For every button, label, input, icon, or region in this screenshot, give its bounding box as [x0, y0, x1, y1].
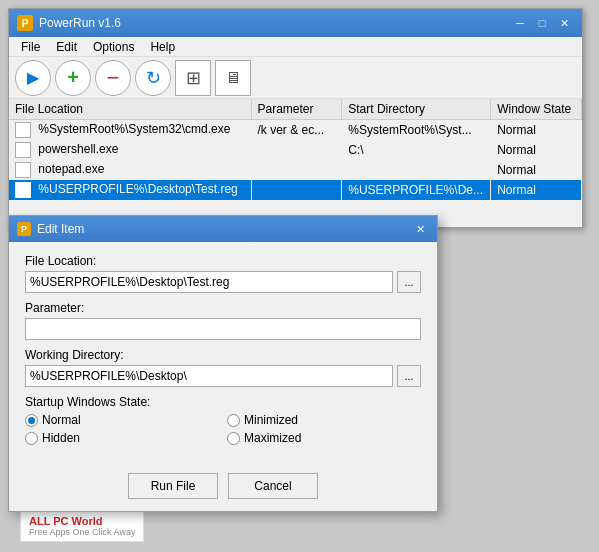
watermark-title: ALL PC World [29, 515, 135, 527]
cell-fileloc: notepad.exe [9, 160, 251, 180]
run-file-button[interactable]: Run File [128, 473, 218, 499]
dialog-close-button[interactable]: ✕ [411, 221, 429, 237]
parameter-group: Parameter: [25, 301, 421, 340]
menu-file[interactable]: File [13, 38, 48, 56]
radio-minimized-circle[interactable] [227, 414, 240, 427]
main-title-bar: P PowerRun v1.6 ─ □ ✕ [9, 9, 582, 37]
monitor-button[interactable]: 🖥 [215, 60, 251, 96]
close-button[interactable]: ✕ [554, 14, 574, 32]
working-dir-group: Working Directory: ... [25, 348, 421, 387]
cell-fileloc: powershell.exe [9, 140, 251, 160]
cell-winstate: Normal [491, 160, 582, 180]
file-location-row: ... [25, 271, 421, 293]
col-header-fileloc: File Location [9, 99, 251, 120]
file-location-input[interactable] [25, 271, 393, 293]
working-dir-row: ... [25, 365, 421, 387]
cell-winstate: Normal [491, 180, 582, 200]
menu-help[interactable]: Help [142, 38, 183, 56]
dialog-footer: Run File Cancel [9, 465, 437, 511]
working-dir-browse-button[interactable]: ... [397, 365, 421, 387]
col-header-startdir: Start Directory [342, 99, 491, 120]
radio-minimized[interactable]: Minimized [227, 413, 421, 427]
row-checkbox[interactable] [15, 142, 31, 158]
dialog-title-bar: P Edit Item ✕ [9, 216, 437, 242]
radio-maximized-label: Maximized [244, 431, 301, 445]
main-window: P PowerRun v1.6 ─ □ ✕ File Edit Options … [8, 8, 583, 228]
radio-hidden-circle[interactable] [25, 432, 38, 445]
parameter-input[interactable] [25, 318, 421, 340]
radio-hidden-label: Hidden [42, 431, 80, 445]
menu-edit[interactable]: Edit [48, 38, 85, 56]
app-icon: P [17, 15, 33, 31]
cell-param [251, 140, 342, 160]
add-button[interactable]: + [55, 60, 91, 96]
cell-startdir: C:\ [342, 140, 491, 160]
watermark-subtitle: Free Apps One Click Away [29, 527, 135, 537]
startup-state-label: Startup Windows State: [25, 395, 421, 409]
maximize-button[interactable]: □ [532, 14, 552, 32]
cell-fileloc: %SystemRoot%\System32\cmd.exe [9, 120, 251, 141]
menu-options[interactable]: Options [85, 38, 142, 56]
file-location-label: File Location: [25, 254, 421, 268]
cell-param: /k ver & ec... [251, 120, 342, 141]
table-row[interactable]: notepad.exe Normal [9, 160, 582, 180]
startup-state-group: Startup Windows State: Normal Minimized … [25, 395, 421, 445]
radio-normal[interactable]: Normal [25, 413, 219, 427]
menu-bar: File Edit Options Help [9, 37, 582, 57]
cancel-button[interactable]: Cancel [228, 473, 318, 499]
col-header-winstate: Window State [491, 99, 582, 120]
row-checkbox[interactable] [15, 182, 31, 198]
dialog-title: Edit Item [37, 222, 411, 236]
refresh-button[interactable]: ↻ [135, 60, 171, 96]
minimize-button[interactable]: ─ [510, 14, 530, 32]
window-controls: ─ □ ✕ [510, 14, 574, 32]
dialog-icon: P [17, 222, 31, 236]
file-location-group: File Location: ... [25, 254, 421, 293]
toolbar: ▶ + − ↻ ⊞ 🖥 [9, 57, 582, 99]
col-header-param: Parameter [251, 99, 342, 120]
table-row[interactable]: %SystemRoot%\System32\cmd.exe /k ver & e… [9, 120, 582, 141]
cell-startdir [342, 160, 491, 180]
grid-button[interactable]: ⊞ [175, 60, 211, 96]
cell-param [251, 180, 342, 200]
parameter-label: Parameter: [25, 301, 421, 315]
file-list-table: File Location Parameter Start Directory … [9, 99, 582, 200]
run-button[interactable]: ▶ [15, 60, 51, 96]
cell-startdir: %USERPROFILE%\De... [342, 180, 491, 200]
cell-startdir: %SystemRoot%\Syst... [342, 120, 491, 141]
dialog-body: File Location: ... Parameter: Working Di… [9, 242, 437, 465]
cell-winstate: Normal [491, 120, 582, 141]
radio-minimized-label: Minimized [244, 413, 298, 427]
working-dir-input[interactable] [25, 365, 393, 387]
radio-hidden[interactable]: Hidden [25, 431, 219, 445]
cell-param [251, 160, 342, 180]
cell-winstate: Normal [491, 140, 582, 160]
radio-normal-circle[interactable] [25, 414, 38, 427]
file-location-browse-button[interactable]: ... [397, 271, 421, 293]
radio-maximized-circle[interactable] [227, 432, 240, 445]
radio-maximized[interactable]: Maximized [227, 431, 421, 445]
watermark: ALL PC World Free Apps One Click Away [20, 510, 144, 542]
cell-fileloc: %USERPROFILE%\Desktop\Test.reg [9, 180, 251, 200]
main-window-title: PowerRun v1.6 [39, 16, 510, 30]
working-dir-label: Working Directory: [25, 348, 421, 362]
parameter-row [25, 318, 421, 340]
remove-button[interactable]: − [95, 60, 131, 96]
row-checkbox[interactable] [15, 162, 31, 178]
edit-dialog: P Edit Item ✕ File Location: ... Paramet… [8, 215, 438, 512]
row-checkbox[interactable] [15, 122, 31, 138]
radio-normal-label: Normal [42, 413, 81, 427]
radio-group: Normal Minimized Hidden Maximized [25, 413, 421, 445]
table-row-selected[interactable]: %USERPROFILE%\Desktop\Test.reg %USERPROF… [9, 180, 582, 200]
table-row[interactable]: powershell.exe C:\ Normal [9, 140, 582, 160]
